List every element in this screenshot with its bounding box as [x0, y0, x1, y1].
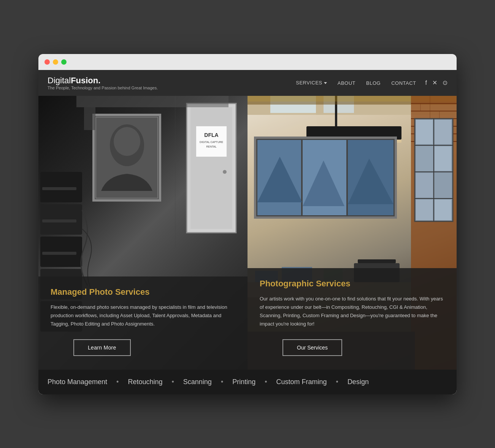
services-link[interactable]: SERVICES: [296, 80, 327, 86]
svg-rect-21: [84, 107, 95, 130]
ticker-item-custom-framing: Custom Framing: [267, 378, 336, 386]
facebook-icon[interactable]: f: [425, 79, 427, 86]
bottom-ticker: Photo Management • Retouching • Scanning…: [38, 370, 457, 394]
photographic-services-description: Our artists work with you one-on-one to …: [260, 295, 444, 328]
ticker-content: Photo Management • Retouching • Scanning…: [38, 378, 457, 386]
ticker-item-photo-management: Photo Management: [38, 378, 116, 386]
social-links: f ✕ ⊙: [425, 79, 447, 86]
learn-more-button[interactable]: Learn More: [73, 339, 131, 356]
logo-tagline: The People, Technology and Passion behin…: [48, 86, 158, 90]
svg-rect-53: [435, 173, 451, 197]
svg-rect-52: [416, 173, 433, 197]
instagram-icon[interactable]: ⊙: [443, 79, 447, 86]
ticker-item-retouching: Retouching: [119, 378, 171, 386]
svg-rect-7: [42, 252, 76, 255]
logo-light: Digital: [48, 76, 71, 85]
svg-rect-51: [435, 146, 451, 171]
minimize-button[interactable]: [53, 59, 58, 65]
managed-photo-description: Flexible, on-demand photo services manag…: [51, 303, 235, 328]
browser-chrome: [38, 54, 457, 70]
logo-text: DigitalFusion.: [48, 76, 158, 86]
svg-rect-69: [358, 259, 396, 263]
svg-point-11: [114, 127, 140, 156]
contact-link[interactable]: CONTACT: [391, 80, 416, 86]
svg-rect-20: [76, 96, 228, 107]
navigation: DigitalFusion. The People, Technology an…: [38, 70, 457, 96]
svg-rect-54: [416, 200, 433, 220]
close-button[interactable]: [44, 59, 50, 65]
hero-left-panel: DFLA DIGITAL CAPTURE RENTAL Managed Phot…: [38, 96, 248, 370]
svg-point-15: [223, 170, 227, 174]
ticker-item-scanning: Scanning: [174, 378, 221, 386]
browser-window: DigitalFusion. The People, Technology an…: [38, 54, 457, 394]
twitter-x-icon[interactable]: ✕: [432, 79, 437, 86]
managed-photo-title: Managed Photo Services: [51, 287, 235, 297]
logo: DigitalFusion. The People, Technology an…: [48, 76, 158, 90]
hero-right-panel: Photographic Services Our artists work w…: [248, 96, 457, 370]
ticker-item-design: Design: [338, 378, 378, 386]
svg-rect-50: [416, 146, 433, 171]
chevron-down-icon: [324, 82, 327, 84]
logo-bold: Fusion.: [71, 76, 100, 85]
blog-link[interactable]: BLOG: [366, 80, 381, 86]
ticker-item-printing: Printing: [223, 378, 265, 386]
svg-text:RENTAL: RENTAL: [206, 145, 216, 148]
svg-text:DFLA: DFLA: [204, 132, 218, 138]
svg-rect-48: [416, 120, 433, 144]
about-link[interactable]: ABOUT: [338, 80, 355, 86]
svg-text:DIGITAL CAPTURE: DIGITAL CAPTURE: [200, 141, 223, 143]
website: DigitalFusion. The People, Technology an…: [38, 70, 457, 394]
svg-rect-49: [435, 120, 451, 144]
nav-item-about[interactable]: ABOUT: [338, 79, 355, 86]
nav-links: SERVICES ABOUT BLOG CONTACT: [296, 79, 416, 86]
photographic-services-title: Photographic Services: [260, 279, 444, 289]
svg-rect-14: [190, 107, 232, 229]
hero-section: DFLA DIGITAL CAPTURE RENTAL Managed Phot…: [38, 96, 457, 370]
nav-item-blog[interactable]: BLOG: [366, 79, 381, 86]
maximize-button[interactable]: [61, 59, 67, 65]
svg-rect-6: [42, 219, 76, 222]
nav-item-contact[interactable]: CONTACT: [391, 79, 416, 86]
svg-rect-5: [42, 187, 76, 190]
right-overlay: Photographic Services Our artists work w…: [248, 268, 457, 369]
nav-item-services[interactable]: SERVICES: [296, 80, 327, 86]
our-services-button[interactable]: Our Services: [282, 339, 342, 356]
left-overlay: Managed Photo Services Flexible, on-dema…: [38, 276, 248, 369]
svg-rect-55: [435, 200, 451, 220]
